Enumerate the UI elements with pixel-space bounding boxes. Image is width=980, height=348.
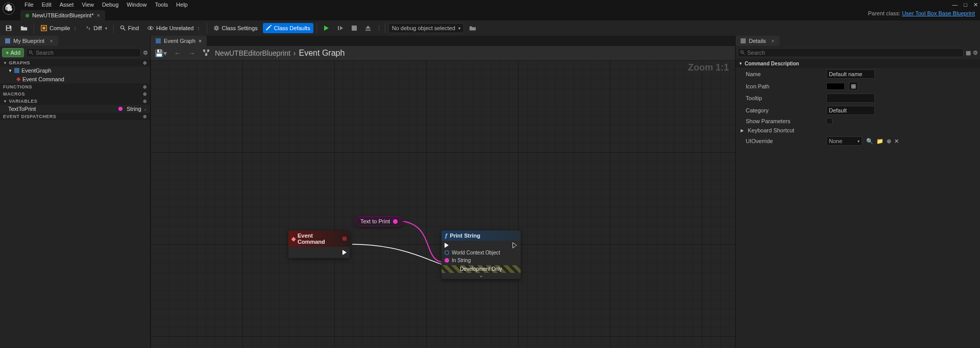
add-icon[interactable]: ⊕ (887, 138, 891, 145)
svg-rect-11 (365, 30, 371, 31)
details-search-input[interactable] (747, 50, 961, 56)
close-icon[interactable]: × (771, 38, 774, 44)
add-variable-button[interactable]: ⊕ (143, 99, 148, 104)
graph-icon[interactable] (201, 48, 212, 59)
add-macro-button[interactable]: ⊕ (143, 91, 148, 97)
tooltip-input[interactable] (826, 94, 875, 103)
clear-icon[interactable]: ✕ (894, 138, 899, 145)
exec-out-pin[interactable] (513, 243, 518, 248)
diff-button[interactable]: Diff▾ (82, 23, 110, 33)
exec-out-pin[interactable] (342, 250, 347, 255)
debug-object-combo[interactable]: No debug object selected▾ (388, 23, 464, 33)
maximize-button[interactable]: □ (964, 2, 967, 8)
expand-arrow[interactable]: ⌄ (442, 273, 521, 279)
macros-category[interactable]: MACROS⊕ (0, 90, 150, 98)
menu-window[interactable]: Window (122, 2, 151, 8)
my-blueprint-tab[interactable]: My Blueprint × (0, 36, 58, 46)
back-button[interactable]: ← (172, 48, 183, 58)
minimize-button[interactable]: — (952, 2, 958, 8)
add-function-button[interactable]: ⊕ (143, 84, 148, 89)
icon-picker-button[interactable]: ▦ (849, 82, 858, 90)
gear-icon[interactable]: ⚙ (973, 50, 978, 56)
menu-debug[interactable]: Debug (98, 2, 122, 8)
save-icon[interactable]: 💾▾ (153, 48, 169, 58)
find-button[interactable]: Find (117, 23, 142, 33)
compile-button[interactable]: Compile⋮ (37, 22, 80, 34)
event-command-item[interactable]: ◆Event Command (0, 75, 150, 83)
functions-category[interactable]: FUNCTIONS⊕ (0, 83, 150, 90)
close-icon[interactable]: × (199, 38, 202, 44)
class-settings-button[interactable]: Class Settings (210, 23, 260, 33)
world-context-pin[interactable] (445, 250, 449, 255)
parent-class-link[interactable]: User Tool Box Base Blueprint (902, 10, 975, 16)
type-pill-icon (118, 107, 122, 111)
document-tab-title: NewUTBEditorBlueprint* (32, 12, 93, 18)
show-params-checkbox[interactable] (826, 118, 832, 124)
variable-row[interactable]: TextToPrint String⌄ (0, 105, 150, 113)
svg-line-14 (32, 53, 33, 55)
dispatchers-category[interactable]: EVENT DISPATCHERS⊕ (0, 113, 150, 120)
svg-rect-2 (7, 29, 11, 31)
menu-view[interactable]: View (78, 2, 98, 8)
eject-button[interactable] (362, 23, 374, 33)
svg-point-7 (150, 27, 151, 29)
svg-rect-16 (156, 38, 161, 43)
event-graph-tab[interactable]: Event Graph × (151, 36, 207, 46)
add-button[interactable]: +Add (2, 48, 24, 57)
svg-rect-22 (741, 38, 746, 43)
details-panel: Details × ▦ ⚙ ▼Command Description Name … (735, 36, 980, 348)
gear-icon[interactable]: ⚙ (143, 50, 148, 56)
step-button[interactable] (334, 23, 347, 33)
menu-edit[interactable]: Edit (38, 2, 56, 8)
view-options-icon[interactable]: ▦ (966, 50, 971, 56)
print-string-node[interactable]: ƒPrint String World Context Object In St… (442, 230, 521, 279)
use-selected-icon[interactable]: 🔍 (866, 138, 873, 145)
search-input[interactable] (36, 50, 138, 56)
command-description-category[interactable]: ▼Command Description (736, 59, 980, 68)
details-search[interactable] (738, 48, 964, 57)
menu-file[interactable]: File (20, 2, 38, 8)
category-input[interactable] (826, 106, 875, 115)
details-tab[interactable]: Details × (736, 36, 779, 46)
name-input[interactable] (826, 69, 875, 79)
close-icon[interactable]: × (96, 12, 100, 18)
zoom-label: Zoom 1:1 (688, 62, 729, 73)
output-pin[interactable] (393, 219, 398, 224)
stop-button[interactable] (349, 24, 360, 33)
forward-button[interactable]: → (186, 48, 198, 58)
menu-asset[interactable]: Asset (56, 2, 78, 8)
menu-tools[interactable]: Tools (151, 2, 172, 8)
graph-area[interactable]: Zoom 1:1 Text to Print ◆Event Command ƒP… (151, 60, 735, 348)
browse-button[interactable] (17, 22, 31, 34)
svg-rect-15 (14, 68, 19, 73)
class-defaults-button[interactable]: Class Defaults (263, 23, 313, 33)
play-button[interactable] (320, 23, 332, 33)
ui-override-combo[interactable]: None▾ (826, 136, 862, 146)
add-dispatcher-button[interactable]: ⊕ (143, 114, 148, 119)
in-string-pin[interactable] (445, 258, 449, 263)
document-tab[interactable]: NewUTBEditorBlueprint* × (20, 10, 105, 20)
variables-category[interactable]: ▼ VARIABLES⊕ (0, 98, 150, 105)
breadcrumb-bp[interactable]: NewUTBEditorBlueprint (215, 49, 290, 57)
prop-keyboard-shortcut[interactable]: ▶ Keyboard Shortcut (736, 126, 980, 135)
close-button[interactable]: ✕ (973, 2, 978, 8)
event-graph-item[interactable]: ▼EventGraph (0, 66, 150, 75)
prop-icon-path: Icon Path ▦ (736, 80, 980, 92)
breadcrumb-graph[interactable]: Event Graph (299, 49, 345, 58)
locate-button[interactable] (466, 22, 479, 34)
svg-rect-19 (205, 54, 207, 56)
close-icon[interactable]: × (50, 38, 53, 44)
add-graph-button[interactable]: ⊕ (143, 60, 148, 65)
exec-in-pin[interactable] (445, 243, 449, 248)
browse-icon[interactable]: 📁 (876, 138, 884, 145)
save-button[interactable] (2, 22, 15, 34)
event-command-node[interactable]: ◆Event Command (288, 230, 350, 258)
hide-unrelated-button[interactable]: Hide Unrelated⋮ (144, 23, 204, 33)
dev-only-footer: Development Only (442, 265, 521, 273)
menu-help[interactable]: Help (172, 2, 192, 8)
blueprint-icon (26, 14, 29, 17)
icon-swatch[interactable] (826, 83, 845, 90)
search-box[interactable] (26, 48, 141, 57)
graphs-category[interactable]: ▼ GRAPHS⊕ (0, 59, 150, 66)
variable-getter-node[interactable]: Text to Print (355, 216, 403, 226)
